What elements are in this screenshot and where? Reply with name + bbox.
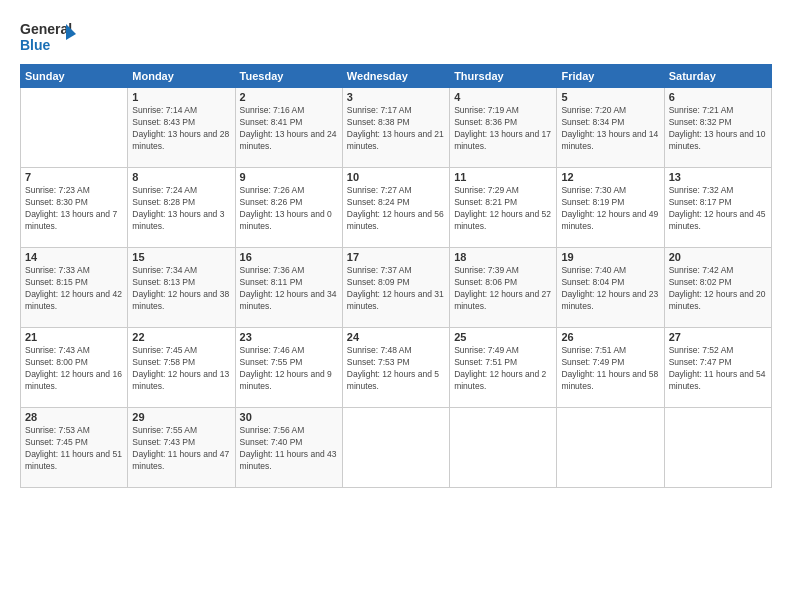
cell-info: Sunrise: 7:36 AMSunset: 8:11 PMDaylight:… — [240, 265, 338, 313]
cell-5-4 — [342, 408, 449, 488]
cell-5-3: 30Sunrise: 7:56 AMSunset: 7:40 PMDayligh… — [235, 408, 342, 488]
day-number: 11 — [454, 171, 552, 183]
cell-3-7: 20Sunrise: 7:42 AMSunset: 8:02 PMDayligh… — [664, 248, 771, 328]
day-number: 4 — [454, 91, 552, 103]
day-number: 9 — [240, 171, 338, 183]
cell-info: Sunrise: 7:29 AMSunset: 8:21 PMDaylight:… — [454, 185, 552, 233]
week-row-4: 21Sunrise: 7:43 AMSunset: 8:00 PMDayligh… — [21, 328, 772, 408]
cell-info: Sunrise: 7:48 AMSunset: 7:53 PMDaylight:… — [347, 345, 445, 393]
cell-4-1: 21Sunrise: 7:43 AMSunset: 8:00 PMDayligh… — [21, 328, 128, 408]
cell-1-5: 4Sunrise: 7:19 AMSunset: 8:36 PMDaylight… — [450, 88, 557, 168]
cell-5-7 — [664, 408, 771, 488]
cell-info: Sunrise: 7:27 AMSunset: 8:24 PMDaylight:… — [347, 185, 445, 233]
cell-1-2: 1Sunrise: 7:14 AMSunset: 8:43 PMDaylight… — [128, 88, 235, 168]
day-number: 19 — [561, 251, 659, 263]
day-number: 28 — [25, 411, 123, 423]
cell-info: Sunrise: 7:45 AMSunset: 7:58 PMDaylight:… — [132, 345, 230, 393]
cell-1-1 — [21, 88, 128, 168]
cell-3-4: 17Sunrise: 7:37 AMSunset: 8:09 PMDayligh… — [342, 248, 449, 328]
cell-1-3: 2Sunrise: 7:16 AMSunset: 8:41 PMDaylight… — [235, 88, 342, 168]
cell-4-7: 27Sunrise: 7:52 AMSunset: 7:47 PMDayligh… — [664, 328, 771, 408]
header-day-friday: Friday — [557, 65, 664, 88]
page-header: GeneralBlue — [20, 18, 772, 54]
cell-2-4: 10Sunrise: 7:27 AMSunset: 8:24 PMDayligh… — [342, 168, 449, 248]
header-day-thursday: Thursday — [450, 65, 557, 88]
header-day-sunday: Sunday — [21, 65, 128, 88]
cell-info: Sunrise: 7:20 AMSunset: 8:34 PMDaylight:… — [561, 105, 659, 153]
day-number: 29 — [132, 411, 230, 423]
day-number: 25 — [454, 331, 552, 343]
cell-5-2: 29Sunrise: 7:55 AMSunset: 7:43 PMDayligh… — [128, 408, 235, 488]
cell-info: Sunrise: 7:53 AMSunset: 7:45 PMDaylight:… — [25, 425, 123, 473]
day-number: 7 — [25, 171, 123, 183]
header-row: SundayMondayTuesdayWednesdayThursdayFrid… — [21, 65, 772, 88]
cell-info: Sunrise: 7:19 AMSunset: 8:36 PMDaylight:… — [454, 105, 552, 153]
day-number: 2 — [240, 91, 338, 103]
day-number: 1 — [132, 91, 230, 103]
cell-info: Sunrise: 7:17 AMSunset: 8:38 PMDaylight:… — [347, 105, 445, 153]
cell-1-6: 5Sunrise: 7:20 AMSunset: 8:34 PMDaylight… — [557, 88, 664, 168]
week-row-1: 1Sunrise: 7:14 AMSunset: 8:43 PMDaylight… — [21, 88, 772, 168]
cell-info: Sunrise: 7:16 AMSunset: 8:41 PMDaylight:… — [240, 105, 338, 153]
cell-info: Sunrise: 7:23 AMSunset: 8:30 PMDaylight:… — [25, 185, 123, 233]
cell-2-1: 7Sunrise: 7:23 AMSunset: 8:30 PMDaylight… — [21, 168, 128, 248]
cell-info: Sunrise: 7:39 AMSunset: 8:06 PMDaylight:… — [454, 265, 552, 313]
cell-2-2: 8Sunrise: 7:24 AMSunset: 8:28 PMDaylight… — [128, 168, 235, 248]
cell-3-6: 19Sunrise: 7:40 AMSunset: 8:04 PMDayligh… — [557, 248, 664, 328]
cell-info: Sunrise: 7:40 AMSunset: 8:04 PMDaylight:… — [561, 265, 659, 313]
day-number: 10 — [347, 171, 445, 183]
day-number: 30 — [240, 411, 338, 423]
svg-text:Blue: Blue — [20, 37, 51, 53]
cell-2-3: 9Sunrise: 7:26 AMSunset: 8:26 PMDaylight… — [235, 168, 342, 248]
week-row-2: 7Sunrise: 7:23 AMSunset: 8:30 PMDaylight… — [21, 168, 772, 248]
cell-info: Sunrise: 7:33 AMSunset: 8:15 PMDaylight:… — [25, 265, 123, 313]
calendar-table: SundayMondayTuesdayWednesdayThursdayFrid… — [20, 64, 772, 488]
header-day-monday: Monday — [128, 65, 235, 88]
day-number: 24 — [347, 331, 445, 343]
day-number: 15 — [132, 251, 230, 263]
cell-info: Sunrise: 7:32 AMSunset: 8:17 PMDaylight:… — [669, 185, 767, 233]
cell-info: Sunrise: 7:21 AMSunset: 8:32 PMDaylight:… — [669, 105, 767, 153]
cell-1-4: 3Sunrise: 7:17 AMSunset: 8:38 PMDaylight… — [342, 88, 449, 168]
day-number: 21 — [25, 331, 123, 343]
day-number: 13 — [669, 171, 767, 183]
svg-text:General: General — [20, 21, 72, 37]
week-row-5: 28Sunrise: 7:53 AMSunset: 7:45 PMDayligh… — [21, 408, 772, 488]
day-number: 20 — [669, 251, 767, 263]
cell-info: Sunrise: 7:26 AMSunset: 8:26 PMDaylight:… — [240, 185, 338, 233]
cell-3-1: 14Sunrise: 7:33 AMSunset: 8:15 PMDayligh… — [21, 248, 128, 328]
cell-4-5: 25Sunrise: 7:49 AMSunset: 7:51 PMDayligh… — [450, 328, 557, 408]
cell-2-7: 13Sunrise: 7:32 AMSunset: 8:17 PMDayligh… — [664, 168, 771, 248]
cell-4-3: 23Sunrise: 7:46 AMSunset: 7:55 PMDayligh… — [235, 328, 342, 408]
header-day-tuesday: Tuesday — [235, 65, 342, 88]
day-number: 6 — [669, 91, 767, 103]
cell-info: Sunrise: 7:43 AMSunset: 8:00 PMDaylight:… — [25, 345, 123, 393]
cell-info: Sunrise: 7:49 AMSunset: 7:51 PMDaylight:… — [454, 345, 552, 393]
cell-info: Sunrise: 7:24 AMSunset: 8:28 PMDaylight:… — [132, 185, 230, 233]
cell-info: Sunrise: 7:55 AMSunset: 7:43 PMDaylight:… — [132, 425, 230, 473]
header-day-wednesday: Wednesday — [342, 65, 449, 88]
cell-4-6: 26Sunrise: 7:51 AMSunset: 7:49 PMDayligh… — [557, 328, 664, 408]
day-number: 3 — [347, 91, 445, 103]
logo: GeneralBlue — [20, 18, 78, 54]
day-number: 8 — [132, 171, 230, 183]
cell-info: Sunrise: 7:46 AMSunset: 7:55 PMDaylight:… — [240, 345, 338, 393]
day-number: 22 — [132, 331, 230, 343]
cell-info: Sunrise: 7:42 AMSunset: 8:02 PMDaylight:… — [669, 265, 767, 313]
cell-2-5: 11Sunrise: 7:29 AMSunset: 8:21 PMDayligh… — [450, 168, 557, 248]
day-number: 16 — [240, 251, 338, 263]
cell-4-4: 24Sunrise: 7:48 AMSunset: 7:53 PMDayligh… — [342, 328, 449, 408]
cell-5-5 — [450, 408, 557, 488]
cell-info: Sunrise: 7:52 AMSunset: 7:47 PMDaylight:… — [669, 345, 767, 393]
cell-5-1: 28Sunrise: 7:53 AMSunset: 7:45 PMDayligh… — [21, 408, 128, 488]
cell-3-5: 18Sunrise: 7:39 AMSunset: 8:06 PMDayligh… — [450, 248, 557, 328]
cell-2-6: 12Sunrise: 7:30 AMSunset: 8:19 PMDayligh… — [557, 168, 664, 248]
day-number: 14 — [25, 251, 123, 263]
cell-info: Sunrise: 7:37 AMSunset: 8:09 PMDaylight:… — [347, 265, 445, 313]
cell-info: Sunrise: 7:56 AMSunset: 7:40 PMDaylight:… — [240, 425, 338, 473]
cell-info: Sunrise: 7:51 AMSunset: 7:49 PMDaylight:… — [561, 345, 659, 393]
week-row-3: 14Sunrise: 7:33 AMSunset: 8:15 PMDayligh… — [21, 248, 772, 328]
day-number: 23 — [240, 331, 338, 343]
cell-3-2: 15Sunrise: 7:34 AMSunset: 8:13 PMDayligh… — [128, 248, 235, 328]
day-number: 5 — [561, 91, 659, 103]
